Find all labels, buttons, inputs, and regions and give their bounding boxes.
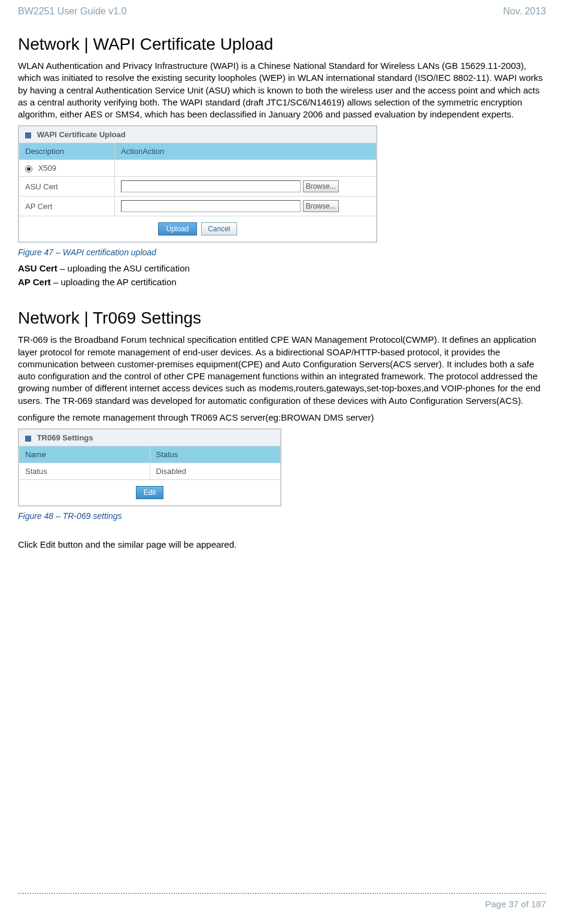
figure47-caption: Figure 47 – WAPI certification upload [18,247,546,257]
x509-label: X509 [38,164,56,173]
page-number: Page 37 of 187 [485,899,546,909]
section2-para3: Click Edit button and the similar page w… [18,539,546,551]
tr069-col-name: Name [19,446,150,463]
def-asu-text: – uploading the ASU certification [57,263,190,273]
section2-para2: configure the remote management through … [18,412,546,424]
definitions: ASU Cert – uploading the ASU certificati… [18,263,546,287]
def-asu: ASU Cert – uploading the ASU certificati… [18,263,546,273]
ap-file-input[interactable] [121,200,301,212]
x509-radio[interactable] [25,165,32,173]
figure48-caption: Figure 48 – TR-069 settings [18,511,546,521]
panel-icon [25,132,31,138]
row-asu-action: Browse... [115,177,377,197]
row-ap-action: Browse... [115,197,377,216]
tr069-titlebar: TR069 Settings [19,430,281,446]
def-ap-text: – uploading the AP certification [51,277,177,287]
panel-icon [25,436,31,442]
asu-file-input[interactable] [121,180,301,192]
col-description: Description [19,143,115,160]
section2-title: Network | Tr069 Settings [18,309,546,328]
tr069-panel: TR069 Settings Name Status Status Disabl… [18,428,281,506]
panel-title: WAPI Certificate Upload [37,130,126,139]
section1-para: WLAN Authentication and Privacy Infrastr… [18,60,546,120]
doc-title: BW2251 User Guide v1.0 [18,6,126,17]
footer-divider [18,893,546,894]
row-x509: X509 [19,160,115,177]
def-ap-label: AP Cert [18,277,51,287]
tr069-row-value: Disabled [150,463,281,480]
page-header: BW2251 User Guide v1.0 Nov. 2013 [18,6,546,17]
def-asu-label: ASU Cert [18,263,57,273]
tr069-col-status: Status [150,446,281,463]
cancel-button[interactable]: Cancel [201,222,236,235]
button-row: Upload Cancel [19,216,377,242]
section1-title: Network | WAPI Certificate Upload [18,35,546,54]
section2-para1: TR-069 is the Broadband Forum technical … [18,334,546,407]
upload-button[interactable]: Upload [158,222,196,235]
edit-button[interactable]: Edit [136,486,164,499]
row-ap-label: AP Cert [19,197,115,216]
panel-titlebar: WAPI Certificate Upload [19,126,377,143]
doc-date: Nov. 2013 [503,6,546,17]
tr069-button-row: Edit [19,480,281,506]
asu-browse-button[interactable]: Browse... [303,180,339,192]
tr069-row-label: Status [19,463,150,480]
ap-browse-button[interactable]: Browse... [303,200,339,212]
col-action: ActionAction [115,143,377,160]
row-x509-action [115,160,377,177]
wapi-panel: WAPI Certificate Upload Description Acti… [18,125,377,243]
row-asu-label: ASU Cert [19,177,115,197]
def-ap: AP Cert – uploading the AP certification [18,277,546,287]
tr069-panel-title: TR069 Settings [37,433,93,442]
